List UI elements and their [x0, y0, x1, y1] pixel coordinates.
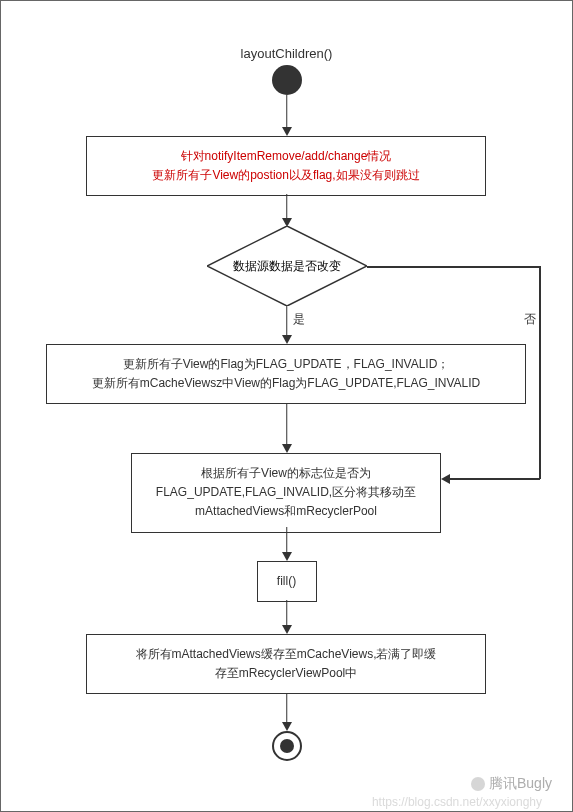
edge-line — [286, 306, 288, 338]
process-text: 存至mRecyclerViewPool中 — [101, 664, 471, 683]
arrow-head-icon — [282, 444, 292, 453]
arrow-head-icon — [441, 474, 450, 484]
start-node — [272, 65, 302, 95]
edge-line — [286, 600, 288, 628]
arrow-head-icon — [282, 722, 292, 731]
process-text: 更新所有mCacheViewsz中View的Flag为FLAG_UPDATE,F… — [61, 374, 511, 393]
edge-line — [286, 404, 288, 447]
process-text: mAttachedViews和mRecyclerPool — [146, 502, 426, 521]
arrow-head-icon — [282, 335, 292, 344]
edge-label-no: 否 — [524, 311, 536, 328]
process-move-views: 根据所有子View的标志位是否为 FLAG_UPDATE,FLAG_INVALI… — [131, 453, 441, 533]
edge-line — [367, 266, 540, 268]
edge-label-yes: 是 — [293, 311, 305, 328]
end-node — [272, 731, 302, 761]
watermark-brand: 腾讯Bugly — [471, 775, 552, 793]
edge-line — [286, 693, 288, 725]
arrow-head-icon — [282, 127, 292, 136]
decision-data-changed: 数据源数据是否改变 — [207, 226, 367, 306]
edge-line — [450, 478, 540, 480]
decision-text: 数据源数据是否改变 — [233, 258, 341, 275]
process-text: 将所有mAttachedViews缓存至mCacheViews,若满了即缓 — [101, 645, 471, 664]
process-text: 更新所有子View的postion以及flag,如果没有则跳过 — [101, 166, 471, 185]
process-update-flags: 更新所有子View的Flag为FLAG_UPDATE，FLAG_INVALID；… — [46, 344, 526, 404]
process-text: FLAG_UPDATE,FLAG_INVALID,区分将其移动至 — [146, 483, 426, 502]
watermark-url: https://blog.csdn.net/xxyxionghy — [372, 795, 542, 809]
process-text: fill() — [277, 574, 296, 588]
edge-line — [286, 194, 288, 220]
process-notify-update: 针对notifyItemRemove/add/change情况 更新所有子Vie… — [86, 136, 486, 196]
flowchart-container: layoutChildren() 针对notifyItemRemove/add/… — [0, 0, 573, 812]
edge-line — [286, 95, 288, 129]
process-cache-views: 将所有mAttachedViews缓存至mCacheViews,若满了即缓 存至… — [86, 634, 486, 694]
arrow-head-icon — [282, 552, 292, 561]
edge-line — [539, 266, 541, 479]
wechat-icon — [471, 777, 485, 791]
process-text: 针对notifyItemRemove/add/change情况 — [101, 147, 471, 166]
process-fill: fill() — [257, 561, 317, 602]
process-text: 更新所有子View的Flag为FLAG_UPDATE，FLAG_INVALID； — [61, 355, 511, 374]
arrow-head-icon — [282, 625, 292, 634]
flowchart-title: layoutChildren() — [241, 46, 333, 61]
edge-line — [286, 527, 288, 555]
process-text: 根据所有子View的标志位是否为 — [146, 464, 426, 483]
